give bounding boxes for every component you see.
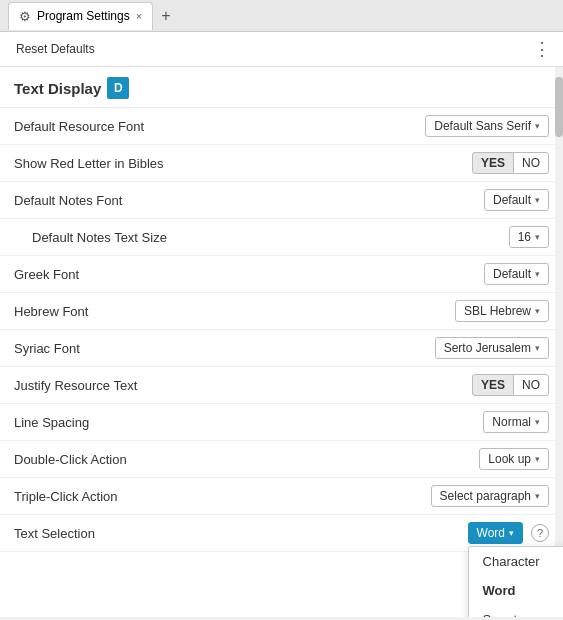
more-options-icon[interactable]: ⋮ [533, 38, 551, 60]
help-icon[interactable]: ? [531, 524, 549, 542]
dropdown-value-syriac-font: Serto Jerusalem [444, 341, 531, 355]
chevron-down-icon: ▾ [535, 417, 540, 427]
label-justify-resource-text: Justify Resource Text [14, 378, 137, 393]
toggle-justify-resource-text: YES NO [472, 374, 549, 396]
row-default-notes-font: Default Notes Font Default ▾ [0, 182, 563, 219]
badge-d: D [107, 77, 129, 99]
row-greek-font: Greek Font Default ▾ [0, 256, 563, 293]
dropdown-default-notes-font[interactable]: Default ▾ [484, 189, 549, 211]
dropdown-greek-font[interactable]: Default ▾ [484, 263, 549, 285]
dropdown-value-default-notes-font: Default [493, 193, 531, 207]
gear-icon: ⚙ [19, 9, 31, 24]
dropdown-hebrew-font[interactable]: SBL Hebrew ▾ [455, 300, 549, 322]
dropdown-value-greek-font: Default [493, 267, 531, 281]
dropdown-value-default-notes-text-size: 16 [518, 230, 531, 244]
label-triple-click-action: Triple-Click Action [14, 489, 118, 504]
dropdown-line-spacing[interactable]: Normal ▾ [483, 411, 549, 433]
dropdown-value-hebrew-font: SBL Hebrew [464, 304, 531, 318]
row-default-resource-font: Default Resource Font Default Sans Serif… [0, 108, 563, 145]
dropdown-value-double-click-action: Look up [488, 452, 531, 466]
dropdown-default-resource-font[interactable]: Default Sans Serif ▾ [425, 115, 549, 137]
dropdown-value-line-spacing: Normal [492, 415, 531, 429]
dropdown-value-default-resource-font: Default Sans Serif [434, 119, 531, 133]
row-triple-click-action: Triple-Click Action Select paragraph ▾ [0, 478, 563, 515]
toggle-justify-no-button[interactable]: NO [513, 374, 549, 396]
row-line-spacing: Line Spacing Normal ▾ [0, 404, 563, 441]
new-tab-button[interactable]: + [155, 7, 176, 25]
chevron-down-icon: ▾ [535, 306, 540, 316]
chevron-down-icon: ▾ [535, 121, 540, 131]
label-hebrew-font: Hebrew Font [14, 304, 88, 319]
label-syriac-font: Syriac Font [14, 341, 80, 356]
row-justify-resource-text: Justify Resource Text YES NO [0, 367, 563, 404]
text-selection-menu: Character Word Smart [468, 546, 563, 617]
label-default-notes-font: Default Notes Font [14, 193, 122, 208]
section-header: Text Display D [0, 67, 563, 108]
row-text-selection: Text Selection Word ▾ Character Word Sma… [0, 515, 563, 552]
scrollbar-thumb[interactable] [555, 77, 563, 137]
label-double-click-action: Double-Click Action [14, 452, 127, 467]
chevron-down-icon: ▾ [535, 491, 540, 501]
dropdown-text-selection[interactable]: Word ▾ [468, 522, 523, 544]
tab-title: Program Settings [37, 9, 130, 23]
chevron-down-icon: ▾ [535, 343, 540, 353]
dropdown-syriac-font[interactable]: Serto Jerusalem ▾ [435, 337, 549, 359]
dropdown-triple-click-action[interactable]: Select paragraph ▾ [431, 485, 549, 507]
main-content: Text Display D Default Resource Font Def… [0, 67, 563, 617]
text-selection-dropdown: Word ▾ Character Word Smart [468, 522, 523, 544]
row-double-click-action: Double-Click Action Look up ▾ [0, 441, 563, 478]
row-hebrew-font: Hebrew Font SBL Hebrew ▾ [0, 293, 563, 330]
chevron-down-icon: ▾ [535, 269, 540, 279]
section-title: Text Display [14, 80, 101, 97]
text-selection-controls: Word ▾ Character Word Smart ? [468, 522, 549, 544]
dropdown-value-triple-click-action: Select paragraph [440, 489, 531, 503]
tab-bar: ⚙ Program Settings × + [0, 0, 563, 32]
toggle-justify-yes-button[interactable]: YES [472, 374, 514, 396]
dropdown-default-notes-text-size[interactable]: 16 ▾ [509, 226, 549, 248]
label-default-notes-text-size: Default Notes Text Size [14, 230, 167, 245]
chevron-down-icon: ▾ [509, 528, 514, 538]
chevron-down-icon: ▾ [535, 232, 540, 242]
program-settings-tab[interactable]: ⚙ Program Settings × [8, 2, 153, 30]
chevron-down-icon: ▾ [535, 195, 540, 205]
reset-defaults-button[interactable]: Reset Defaults [12, 40, 99, 58]
dropdown-item-word[interactable]: Word [469, 576, 563, 605]
toggle-yes-button[interactable]: YES [472, 152, 514, 174]
tab-close-button[interactable]: × [136, 10, 142, 22]
label-text-selection: Text Selection [14, 526, 95, 541]
row-show-red-letter: Show Red Letter in Bibles YES NO [0, 145, 563, 182]
toggle-show-red-letter: YES NO [472, 152, 549, 174]
label-show-red-letter: Show Red Letter in Bibles [14, 156, 164, 171]
dropdown-item-character[interactable]: Character [469, 547, 563, 576]
label-default-resource-font: Default Resource Font [14, 119, 144, 134]
row-syriac-font: Syriac Font Serto Jerusalem ▾ [0, 330, 563, 367]
dropdown-item-smart[interactable]: Smart [469, 605, 563, 617]
chevron-down-icon: ▾ [535, 454, 540, 464]
dropdown-value-text-selection: Word [477, 526, 505, 540]
label-greek-font: Greek Font [14, 267, 79, 282]
toggle-no-button[interactable]: NO [513, 152, 549, 174]
label-line-spacing: Line Spacing [14, 415, 89, 430]
toolbar: Reset Defaults ⋮ [0, 32, 563, 67]
row-default-notes-text-size: Default Notes Text Size 16 ▾ [0, 219, 563, 256]
dropdown-double-click-action[interactable]: Look up ▾ [479, 448, 549, 470]
